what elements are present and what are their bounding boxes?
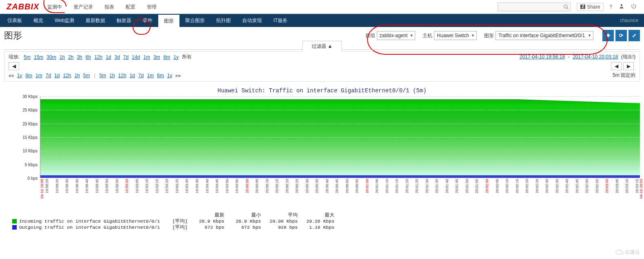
- shift-fwd-12h[interactable]: 12h: [118, 73, 126, 78]
- xtick: 19:58:25: [55, 179, 59, 193]
- refresh-button[interactable]: ⟳: [615, 30, 627, 41]
- subnav-graphs[interactable]: 图形: [158, 14, 179, 27]
- shift-back-1m[interactable]: 1m: [35, 73, 42, 78]
- zoom-opt-6h[interactable]: 6h: [86, 54, 91, 60]
- nav-prev-button[interactable]: ◀: [9, 62, 19, 70]
- subnav-itservices[interactable]: IT服务: [268, 14, 293, 27]
- ytick: 5 Kbps: [25, 162, 38, 167]
- xtick: 19:58:40: [85, 179, 89, 193]
- subnav-maps[interactable]: 拓扑图: [210, 14, 237, 27]
- topnav-admin[interactable]: 管理: [141, 0, 162, 14]
- fixed-label: 5m 固定的: [613, 72, 635, 79]
- xtick: 20:02:45: [575, 179, 579, 193]
- xtick: 20:00:10: [265, 179, 269, 193]
- share-button[interactable]: ZShare: [577, 3, 604, 11]
- filter-toggle[interactable]: 过滤器 ▲: [302, 41, 342, 52]
- shift-back-5m[interactable]: 5m: [83, 73, 90, 78]
- zoom-opt-30m[interactable]: 30m: [46, 54, 56, 60]
- zoom-opt-1y[interactable]: 1y: [173, 54, 179, 60]
- xtick: 20:00:45: [335, 179, 339, 193]
- xtick: 20:01:50: [465, 179, 469, 193]
- graph-select[interactable]: Traffic on interface GigabitEthernet0/0/…: [496, 31, 593, 40]
- xtick: 20:00:40: [325, 179, 329, 193]
- fullscreen-button[interactable]: ⤢: [629, 30, 640, 41]
- xtick: 20:02:25: [535, 179, 539, 193]
- topnav-inventory[interactable]: 资产记录: [68, 0, 99, 14]
- shift-fwd-1h[interactable]: 1h: [109, 73, 115, 78]
- shift-back-12h[interactable]: 12h: [63, 73, 71, 78]
- zoom-opt-2h[interactable]: 2h: [68, 54, 73, 60]
- zoom-opt-12h[interactable]: 12h: [94, 54, 102, 60]
- xtick: 20:02:05: [495, 179, 499, 193]
- subnav-triggers[interactable]: 触发器: [111, 14, 137, 27]
- xtick: 19:59:50: [225, 179, 229, 193]
- shift-fwd-5m[interactable]: 5m: [100, 73, 106, 78]
- shift-back-6m[interactable]: 6m: [25, 73, 32, 78]
- topnav-monitoring[interactable]: 监测中: [42, 0, 68, 14]
- subnav-web[interactable]: Web监测: [49, 14, 80, 27]
- time-to-link[interactable]: 2017-04-10 20:03:18: [573, 54, 618, 60]
- xtick: 20:01:05: [375, 179, 379, 193]
- search-input[interactable]: [498, 2, 571, 11]
- series-outgoing-area: [40, 175, 640, 178]
- favorite-button[interactable]: ✚: [602, 30, 614, 41]
- host-select[interactable]: Huawei Switch: [434, 31, 477, 40]
- shift-back-1h[interactable]: 1h: [74, 73, 80, 78]
- topnav-reports[interactable]: 报表: [99, 0, 120, 14]
- zoom-opt-5m[interactable]: 5m: [24, 54, 31, 60]
- power-icon[interactable]: [631, 3, 637, 10]
- subnav-discovery[interactable]: 自动发现: [237, 14, 268, 27]
- zoom-opt-3h[interactable]: 3h: [77, 54, 82, 60]
- xtick: 20:00:25: [295, 179, 299, 193]
- zoom-opt-1m[interactable]: 1m: [143, 54, 150, 60]
- xtick: 20:02:20: [525, 179, 529, 193]
- subnav-events[interactable]: 事件: [137, 14, 158, 27]
- shift-fwd-6m[interactable]: 6m: [157, 73, 164, 78]
- xtick: 20:01:45: [455, 179, 459, 193]
- graph-label: 图形: [484, 32, 494, 39]
- zoom-opt-1h[interactable]: 1h: [60, 54, 65, 60]
- zoom-opt-3d[interactable]: 3d: [115, 54, 120, 60]
- help-icon[interactable]: ?: [609, 4, 612, 10]
- ytick: 0 bps: [28, 176, 38, 181]
- xtick: 19:59:00: [125, 179, 129, 193]
- xtick: 20:02:30: [545, 179, 549, 193]
- shift-fwd-1m[interactable]: 1m: [147, 73, 154, 78]
- filter-bar: 过滤器 ▲: [4, 44, 640, 50]
- subnav-dashboard[interactable]: 仪表板: [2, 14, 28, 27]
- zoom-opt-3m[interactable]: 3m: [153, 54, 160, 60]
- subnav-latest[interactable]: 最新数据: [80, 14, 111, 27]
- xtick: 20:01:55: [475, 179, 479, 193]
- xtick: 19:59:05: [135, 179, 139, 193]
- subnav-overview[interactable]: 概览: [28, 14, 49, 27]
- chart-plot[interactable]: [40, 96, 640, 178]
- shift-back-7d[interactable]: 7d: [46, 73, 51, 78]
- series-incoming-area: [40, 99, 640, 178]
- nav-prev2-button[interactable]: ◀: [611, 62, 622, 70]
- zoom-opt-6m[interactable]: 6m: [164, 54, 170, 60]
- zoom-opt-7d[interactable]: 7d: [123, 54, 128, 60]
- legend-row: Incoming traffic on interface GigabitEth…: [12, 218, 640, 224]
- topnav-config[interactable]: 配置: [120, 0, 141, 14]
- xtick: 19:58:20: [45, 179, 49, 193]
- zoom-opt-14d[interactable]: 14d: [132, 54, 140, 60]
- time-from-link[interactable]: 2017-04-10 19:58:18: [520, 54, 565, 60]
- zoom-all[interactable]: 所有: [182, 54, 192, 60]
- xtick: 19:58:35: [75, 179, 79, 193]
- user-icon[interactable]: [619, 3, 624, 10]
- page-title: 图形: [4, 29, 22, 42]
- shift-back-1d[interactable]: 1d: [54, 73, 60, 78]
- nav-next-button[interactable]: ▶: [623, 62, 634, 70]
- zoom-opt-15m[interactable]: 15m: [34, 54, 43, 60]
- group-select[interactable]: zabbix-agent: [377, 31, 416, 40]
- zoom-opt-1d[interactable]: 1d: [106, 54, 111, 60]
- shift-fwd-1y[interactable]: 1y: [167, 73, 173, 78]
- shift-back-1y[interactable]: 1y: [17, 73, 22, 78]
- ytick: 25 Kbps: [22, 108, 38, 112]
- xtick: 20:02:15: [515, 179, 519, 193]
- xtick: 20:01:30: [425, 179, 429, 193]
- xtick: 19:58:30: [65, 179, 69, 193]
- subnav-screens[interactable]: 聚合图形: [179, 14, 210, 27]
- shift-fwd-7d[interactable]: 7d: [138, 73, 144, 78]
- shift-fwd-1d[interactable]: 1d: [130, 73, 135, 78]
